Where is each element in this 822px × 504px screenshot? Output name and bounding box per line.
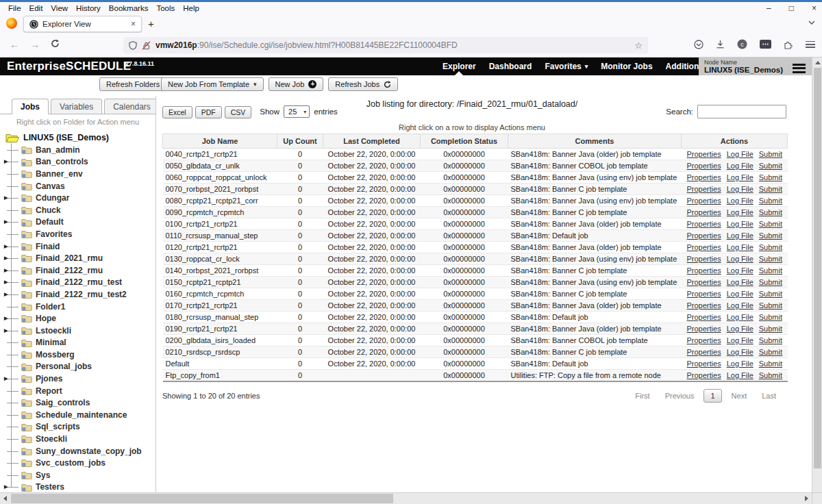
browser-menu-icon[interactable] xyxy=(806,39,815,49)
folder-report[interactable]: Report xyxy=(4,385,155,397)
action-log-file[interactable]: Log File xyxy=(727,290,754,298)
menu-help[interactable]: Help xyxy=(179,4,203,12)
expand-icon[interactable]: ▶ xyxy=(4,484,8,490)
expand-icon[interactable]: ▶ xyxy=(4,316,8,321)
insecure-lock-icon[interactable] xyxy=(142,41,151,50)
action-submit[interactable]: Submit xyxy=(759,197,782,205)
col-up-count[interactable]: Up Count xyxy=(277,134,323,149)
action-submit[interactable]: Submit xyxy=(759,185,782,193)
vertical-scrollbar-thumb[interactable] xyxy=(814,68,821,468)
action-submit[interactable]: Submit xyxy=(759,162,782,170)
col-actions[interactable]: Actions xyxy=(682,134,788,149)
action-submit[interactable]: Submit xyxy=(759,348,782,356)
nav-item-dashboard[interactable]: Dashboard xyxy=(489,62,532,71)
action-properties[interactable]: Properties xyxy=(687,278,721,286)
menu-file[interactable]: File xyxy=(4,4,25,12)
expand-icon[interactable]: ▶ xyxy=(4,292,8,297)
page-next[interactable]: Next xyxy=(726,390,753,402)
action-log-file[interactable]: Log File xyxy=(727,231,754,240)
folder-personal-jobs[interactable]: Personal_jobs xyxy=(4,361,155,373)
new-job-from-template-button[interactable]: New Job From Template ▾ xyxy=(161,77,264,91)
firefox-icon[interactable] xyxy=(6,18,17,29)
page-previous[interactable]: Previous xyxy=(660,390,700,402)
job-row[interactable]: 0110_rcrsusp_manual_step0October 22, 202… xyxy=(163,230,788,242)
expand-icon[interactable]: ▶ xyxy=(4,267,8,273)
folder-finaid-2122-rmu-test[interactable]: ▶Finaid_2122_rmu_test xyxy=(4,277,155,289)
pdf-button[interactable]: PDF xyxy=(195,106,222,118)
expand-icon[interactable]: ▶ xyxy=(4,255,8,261)
action-log-file[interactable]: Log File xyxy=(727,313,754,321)
menu-bookmarks[interactable]: Bookmarks xyxy=(105,4,153,12)
action-properties[interactable]: Properties xyxy=(687,313,721,321)
tree-root-node[interactable]: LINUX5 (ISE_Demos) xyxy=(4,131,155,144)
folder-svc-custom-jobs[interactable]: Svc_custom_jobs xyxy=(4,457,155,469)
tab-jobs[interactable]: Jobs xyxy=(12,99,49,114)
col-job-name[interactable]: Job Name xyxy=(163,134,277,149)
folder-ban-controls[interactable]: ▶Ban_controls xyxy=(4,156,155,168)
action-properties[interactable]: Properties xyxy=(687,325,721,333)
job-row[interactable]: 0150_rcptp21_rcptp210October 22, 2020, 0… xyxy=(163,277,788,288)
expand-icon[interactable]: ▶ xyxy=(4,279,8,285)
action-submit[interactable]: Submit xyxy=(759,360,782,368)
nav-item-monitor-jobs[interactable]: Monitor Jobs xyxy=(601,62,652,71)
job-row[interactable]: 0170_rcrtp21_rcrtp210October 22, 2020, 0… xyxy=(163,300,788,312)
job-row[interactable]: 0180_rcrsusp_manual_step0October 22, 202… xyxy=(163,312,788,323)
extensions-puzzle-icon[interactable] xyxy=(784,40,793,49)
folder-finaid-2122-rmu-test2[interactable]: ▶Finaid_2122_rmu_test2 xyxy=(4,288,155,301)
entries-select[interactable]: 25 ▾ xyxy=(284,105,310,118)
folder-sql-scripts[interactable]: Sql_scripts xyxy=(4,421,155,433)
refresh-jobs-button[interactable]: Refresh Jobs xyxy=(328,77,398,91)
folder-mossberg[interactable]: Mossberg xyxy=(4,349,155,361)
action-log-file[interactable]: Log File xyxy=(727,173,754,181)
action-properties[interactable]: Properties xyxy=(687,266,721,275)
new-job-button[interactable]: New Job + xyxy=(269,77,324,91)
bookmark-star-icon[interactable]: ☆ xyxy=(634,40,643,51)
folder-default[interactable]: ▶Default xyxy=(4,216,155,229)
job-row[interactable]: 0190_rcrtp21_rcrtp210October 22, 2020, 0… xyxy=(163,323,788,335)
menu-view[interactable]: View xyxy=(47,4,72,12)
folder-finaid-2021-rmu[interactable]: ▶Finaid_2021_rmu xyxy=(4,252,155,264)
folder-cdungar[interactable]: ▶Cdungar xyxy=(4,192,155,204)
page-first[interactable]: First xyxy=(630,390,655,402)
action-submit[interactable]: Submit xyxy=(759,220,782,228)
expand-icon[interactable]: ▶ xyxy=(4,327,8,333)
search-input[interactable] xyxy=(697,105,786,118)
action-properties[interactable]: Properties xyxy=(687,336,721,344)
action-properties[interactable]: Properties xyxy=(687,371,721,379)
minimize-button[interactable]: – xyxy=(767,3,771,13)
job-row[interactable]: 0060_roppcat_roppcat_unlock0October 22, … xyxy=(163,172,788,184)
folder-testers[interactable]: ▶Testers xyxy=(4,481,155,492)
job-row[interactable]: 0050_glbdata_cr_unlk0October 22, 2020, 0… xyxy=(163,160,788,172)
action-submit[interactable]: Submit xyxy=(759,313,782,321)
action-log-file[interactable]: Log File xyxy=(727,325,754,333)
folder-canvas[interactable]: Canvas xyxy=(4,180,155,192)
action-log-file[interactable]: Log File xyxy=(727,278,754,286)
action-submit[interactable]: Submit xyxy=(759,336,782,344)
action-submit[interactable]: Submit xyxy=(759,243,782,251)
folder-pjones[interactable]: ▶Pjones xyxy=(4,373,155,385)
folder-finaid[interactable]: ▶Finaid xyxy=(4,240,155,253)
action-submit[interactable]: Submit xyxy=(759,150,782,158)
csv-button[interactable]: CSV xyxy=(225,106,252,118)
folder-stoeckli[interactable]: Stoeckli xyxy=(4,433,155,445)
action-submit[interactable]: Submit xyxy=(759,208,782,216)
downloads-icon[interactable] xyxy=(716,40,725,49)
action-properties[interactable]: Properties xyxy=(687,197,721,205)
vertical-scrollbar[interactable] xyxy=(812,58,822,492)
shield-icon[interactable] xyxy=(129,41,137,50)
action-submit[interactable]: Submit xyxy=(759,173,782,181)
expand-icon[interactable]: ▶ xyxy=(4,195,8,201)
folder-suny-downstate-copy-job[interactable]: Suny_downstate_copy_job xyxy=(4,445,155,457)
action-log-file[interactable]: Log File xyxy=(727,371,754,379)
folder-schedule-maintenance[interactable]: Schedule_maintenance xyxy=(4,409,155,421)
job-row[interactable]: 0160_rcpmtch_rcpmtch0October 22, 2020, 0… xyxy=(163,288,788,300)
tab-close-icon[interactable]: × xyxy=(131,19,136,29)
action-submit[interactable]: Submit xyxy=(759,278,782,286)
job-row[interactable]: 0080_rcptp21_rcptp21_corr0October 22, 20… xyxy=(163,195,788,207)
nav-item-favorites[interactable]: Favorites▾ xyxy=(545,62,588,71)
job-row[interactable]: 0120_rcrtp21_rcrtp210October 22, 2020, 0… xyxy=(163,242,788,253)
action-properties[interactable]: Properties xyxy=(687,301,721,310)
folder-lstoeckli[interactable]: ▶Lstoeckli xyxy=(4,325,155,337)
job-row[interactable]: 0100_rcrtp21_rcrtp210October 22, 2020, 0… xyxy=(163,218,788,230)
action-log-file[interactable]: Log File xyxy=(727,243,754,251)
